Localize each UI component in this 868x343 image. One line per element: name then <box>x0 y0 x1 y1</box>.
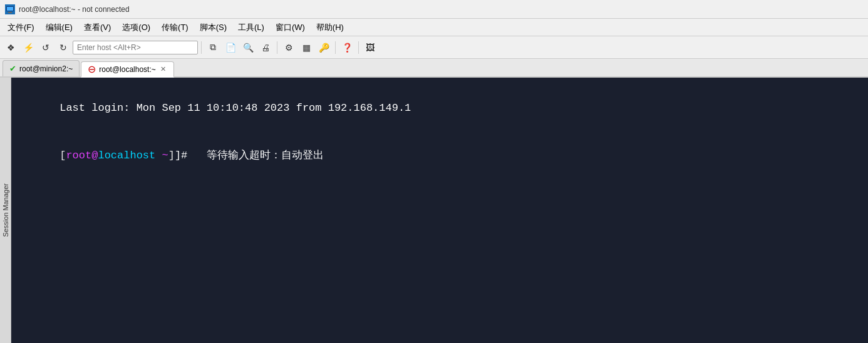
timeout-message: 等待输入超时：自动登出 <box>194 150 323 161</box>
copy-icon: ⧉ <box>210 42 216 53</box>
login-text: Last login: Mon Sep 11 10:10:48 2023 fro… <box>59 102 411 114</box>
bracket-open: [ <box>59 150 66 161</box>
prompt-hash: ]# <box>175 150 194 161</box>
app-icon <box>5 4 15 14</box>
grid-icon: ▦ <box>302 43 311 53</box>
grid-btn[interactable]: ▦ <box>298 39 314 56</box>
image-btn[interactable]: 🖼 <box>362 39 378 56</box>
reconnect-btn[interactable]: ↺ <box>38 39 54 56</box>
prompt-path: ~ <box>155 150 168 161</box>
titlebar: root@localhost:~ - not connected <box>0 0 868 19</box>
terminal[interactable]: Last login: Mon Sep 11 10:10:48 2023 fro… <box>11 78 868 343</box>
prompt-at: @ <box>91 150 98 161</box>
key-icon: 🔑 <box>319 43 329 53</box>
menu-edit[interactable]: 编辑(E) <box>41 20 78 35</box>
terminal-line-1: Last login: Mon Sep 11 10:10:48 2023 fro… <box>21 84 858 132</box>
tab-localhost[interactable]: ⊖ root@localhost:~ ✕ <box>81 61 174 78</box>
session-manager-label: Session Manager <box>2 183 9 237</box>
menu-script[interactable]: 脚本(S) <box>195 20 232 35</box>
menu-options[interactable]: 选项(O) <box>117 20 155 35</box>
menu-window[interactable]: 窗口(W) <box>271 20 310 35</box>
connect-btn[interactable]: ❖ <box>3 39 19 56</box>
settings-btn[interactable]: ⚙ <box>281 39 297 56</box>
separator4 <box>358 41 359 54</box>
terminal-line-2: [root@localhost ~]]# 等待输入超时：自动登出 <box>21 132 858 180</box>
menu-help[interactable]: 帮助(H) <box>311 20 349 35</box>
lightning-btn[interactable]: ⚡ <box>20 39 36 56</box>
separator2 <box>277 41 277 54</box>
prompt-user: root <box>66 150 91 161</box>
disconnect-icon: ↻ <box>59 43 67 53</box>
tab-disconnected-icon: ⊖ <box>88 64 96 74</box>
print-btn[interactable]: 🖨 <box>257 39 274 56</box>
print-icon: 🖨 <box>261 43 270 53</box>
menu-transfer[interactable]: 传输(T) <box>157 20 194 35</box>
connect-icon: ❖ <box>7 43 15 53</box>
menu-view[interactable]: 查看(V) <box>79 20 116 35</box>
reconnect-icon: ↺ <box>42 43 49 53</box>
help-icon: ❓ <box>342 43 353 53</box>
paste-btn[interactable]: 📄 <box>222 39 239 56</box>
svg-rect-2 <box>7 7 13 11</box>
tab-minion2-label: root@minion2:~ <box>19 64 73 73</box>
menu-file[interactable]: 文件(F) <box>3 20 39 35</box>
help-btn[interactable]: ❓ <box>339 39 355 56</box>
window-title: root@localhost:~ - not connected <box>19 5 130 14</box>
tab-close-button[interactable]: ✕ <box>159 65 167 73</box>
menu-tools[interactable]: 工具(L) <box>233 20 269 35</box>
find-btn[interactable]: 🔍 <box>240 39 256 56</box>
prompt-host: localhost <box>98 150 155 161</box>
terminal-wrapper: Session Manager Last login: Mon Sep 11 1… <box>0 78 868 343</box>
toolbar: ❖ ⚡ ↺ ↻ ⧉ 📄 🔍 🖨 ⚙ ▦ 🔑 ❓ 🖼 <box>0 36 868 59</box>
separator1 <box>201 41 202 54</box>
tabbar: ✔ root@minion2:~ ⊖ root@localhost:~ ✕ <box>0 59 868 78</box>
settings-icon: ⚙ <box>285 43 293 53</box>
svg-rect-3 <box>8 12 12 13</box>
copy-btn[interactable]: ⧉ <box>205 39 221 56</box>
disconnect-btn[interactable]: ↻ <box>55 39 71 56</box>
tab-localhost-label: root@localhost:~ <box>99 65 156 74</box>
separator3 <box>335 41 336 54</box>
lightning-icon: ⚡ <box>23 43 34 53</box>
bracket-close: ] <box>168 150 175 161</box>
tab-connected-icon: ✔ <box>9 64 16 73</box>
image-icon: 🖼 <box>366 43 375 53</box>
paste-icon: 📄 <box>225 43 236 53</box>
session-manager-strip[interactable]: Session Manager <box>0 78 11 343</box>
key-btn[interactable]: 🔑 <box>316 39 332 56</box>
find-icon: 🔍 <box>243 43 254 53</box>
tab-minion2[interactable]: ✔ root@minion2:~ <box>3 60 80 76</box>
menubar: 文件(F) 编辑(E) 查看(V) 选项(O) 传输(T) 脚本(S) 工具(L… <box>0 19 868 36</box>
host-input[interactable] <box>73 41 198 54</box>
